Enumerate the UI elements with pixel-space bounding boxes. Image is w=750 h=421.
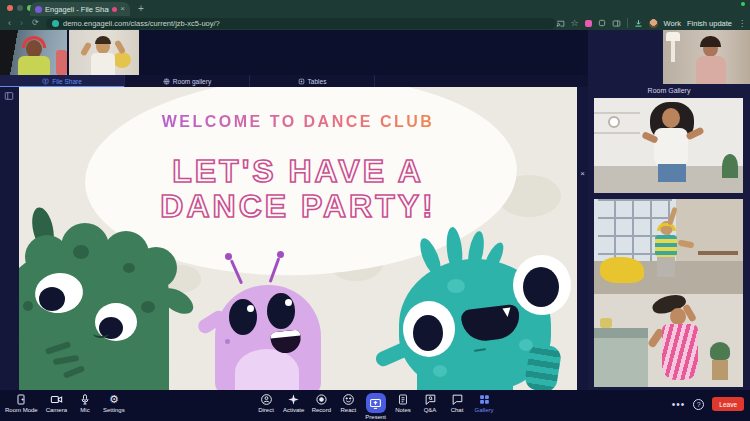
side-panel-icon[interactable] [612,19,621,28]
mic-button[interactable]: Mic [75,393,95,413]
browser-tab[interactable]: Engageli - File Share × [30,2,130,16]
tab-label: Tables [308,78,327,85]
qa-icon [424,393,437,406]
settings-gear-icon: ⚙ [109,393,119,406]
plant [710,342,730,360]
settings-button[interactable]: ⚙ Settings [103,393,125,413]
person-body [696,56,726,84]
direct-button[interactable]: Direct [256,393,276,413]
engageli-app: File Share Room gallery Tables WELCOME T… [0,30,750,390]
background-prop [113,52,131,68]
gallery-video-3[interactable] [594,294,743,387]
activate-icon [287,393,300,406]
kitchen-prop [600,318,612,328]
lamp-shade [666,32,680,41]
room-mode-button[interactable]: Room Mode [5,393,38,413]
participant-video-2[interactable] [69,30,139,75]
site-favicon [52,20,59,27]
mic-icon [79,393,91,406]
red-headphones [22,36,46,48]
pink-dress [662,324,698,380]
forward-icon[interactable]: › [20,18,23,28]
engageli-favicon [35,6,42,13]
yellow-headphones [657,223,676,231]
slide-subtitle-line1: LET'S HAVE A [19,155,577,187]
camera-button[interactable]: Camera [46,393,67,413]
shelf [594,112,640,114]
gallery-button[interactable]: Gallery [474,393,494,413]
extension-icon[interactable] [585,20,592,27]
extensions-puzzle-icon[interactable] [598,19,606,27]
person-arm [80,41,92,56]
profile-avatar[interactable] [649,19,658,28]
download-icon[interactable] [634,19,643,28]
gallery-video-1[interactable] [594,98,743,193]
background-prop [56,50,67,75]
address-bar[interactable]: demo.engageli.com/class/current/jzb-xc5-… [46,18,556,30]
help-icon[interactable]: ? [693,399,704,410]
person-hair [95,36,111,44]
shelf [594,132,640,134]
cast-icon[interactable] [556,19,565,28]
url-bar-row: ‹ › ⟳ demo.engageli.com/class/current/jz… [0,16,750,30]
bookmark-star-icon[interactable]: ☆ [571,18,579,28]
present-button[interactable]: Present [365,393,386,420]
table [698,251,738,255]
tab-label: File Share [52,78,82,85]
yellow-blanket [600,257,644,283]
kitchen-cabinet [594,338,648,387]
browser-chrome: Engageli - File Share × + ‹ › ⟳ demo.eng… [0,0,750,30]
direct-icon [259,393,272,406]
tab-label: Room gallery [173,78,211,85]
record-icon [315,393,328,406]
person-arm [114,39,126,54]
person-hair [700,36,721,47]
react-icon [342,393,355,406]
plant [722,154,738,178]
notes-button[interactable]: Notes [393,393,413,413]
chat-button[interactable]: Chat [447,393,467,413]
stool [712,360,728,380]
window-close-button[interactable] [7,5,13,11]
gallery-video-2[interactable] [594,199,743,294]
instructor-video[interactable] [663,30,750,84]
url-text: demo.engageli.com/class/current/jzb-xc5-… [63,19,220,28]
close-share-icon[interactable]: × [577,169,588,178]
participant-video-1[interactable] [0,30,67,75]
right-panel-strip: × [577,87,588,390]
camera-icon [50,393,63,406]
room-gallery-icon [163,78,170,85]
notes-icon [397,393,409,406]
wall-clock [608,116,620,128]
bottom-toolbar: Room Mode Camera Mic ⚙ Settings Direct [0,390,750,421]
camera-indicator-dot [741,2,745,6]
person-jeans [658,164,686,182]
tab-close-icon[interactable]: × [120,5,125,13]
new-tab-button[interactable]: + [138,3,144,14]
room-gallery-panel: Room Gallery [588,30,750,390]
activate-button[interactable]: Activate [283,393,304,413]
tables-icon [298,78,305,85]
tab-media-indicator-icon [112,7,117,12]
slide-title: WELCOME TO DANCE CLUB [19,113,577,131]
person-body [91,53,115,75]
left-panel-strip [0,87,19,390]
slide-subtitle-line2: DANCE PARTY! [19,190,577,222]
person-pants [657,257,675,277]
panel-toggle-icon[interactable] [4,91,14,101]
finish-update-button[interactable]: Finish update [687,19,732,28]
browser-menu-icon[interactable]: ⋮ [738,19,746,28]
react-button[interactable]: React [338,393,358,413]
top-video-row [0,30,588,75]
shared-slide: WELCOME TO DANCE CLUB LET'S HAVE A DANCE… [19,87,577,390]
toolbar-divider [627,18,628,28]
qa-button[interactable]: Q&A [420,393,440,413]
chat-icon [451,393,464,406]
back-icon[interactable]: ‹ [8,18,11,28]
window-minimize-button[interactable] [17,5,23,11]
striped-shirt [655,235,677,257]
leave-button[interactable]: Leave [712,397,744,411]
record-button[interactable]: Record [311,393,331,413]
reload-icon[interactable]: ⟳ [32,18,39,27]
more-options-icon[interactable]: ••• [672,399,686,410]
